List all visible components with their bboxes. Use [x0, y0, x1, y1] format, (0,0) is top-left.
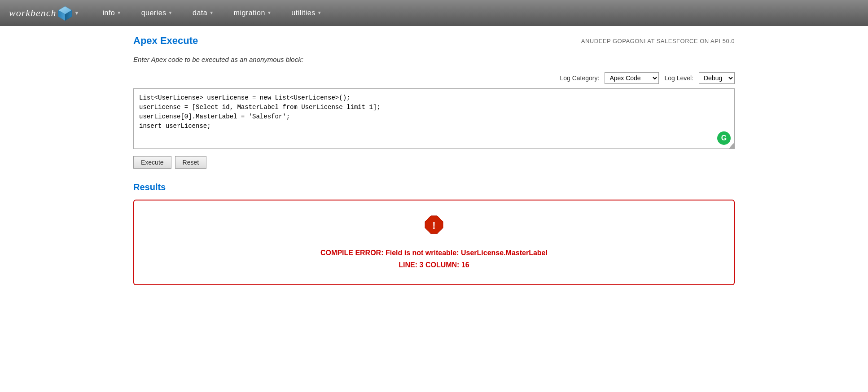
- code-editor[interactable]: [134, 89, 734, 147]
- nav-arrow-migration: ▼: [267, 0, 272, 26]
- description: Enter Apex code to be executed as an ano…: [133, 56, 735, 63]
- execute-button[interactable]: Execute: [133, 156, 171, 169]
- nav-menu: info ▼ queries ▼ data ▼ migration ▼ util: [92, 0, 332, 26]
- error-text: COMPILE ERROR: Field is not writeable: U…: [143, 247, 725, 271]
- resize-handle[interactable]: [729, 143, 734, 148]
- svg-text:!: !: [432, 220, 435, 231]
- error-svg-icon: !: [423, 214, 445, 235]
- nav-arrow-info: ▼: [117, 0, 121, 26]
- nav-item-data: data ▼: [183, 0, 224, 26]
- brand-text: workbench: [9, 7, 57, 19]
- error-line1: COMPILE ERROR: Field is not writeable: U…: [143, 247, 725, 259]
- user-info: ANUDEEP GOPAGONI AT SALESFORCE ON API 50…: [581, 38, 735, 44]
- nav-link-utilities[interactable]: utilities ▼: [281, 0, 332, 26]
- nav-arrow-utilities: ▼: [317, 0, 322, 26]
- nav-link-data[interactable]: data ▼: [183, 0, 224, 26]
- button-row: Execute Reset: [133, 156, 735, 169]
- page-title: Apex Execute: [133, 35, 198, 47]
- nav-label-info: info: [102, 0, 115, 26]
- error-box: ! COMPILE ERROR: Field is not writeable:…: [133, 200, 735, 285]
- log-category-label: Log Category:: [560, 74, 599, 82]
- code-editor-wrapper: G: [133, 88, 735, 149]
- nav-link-info[interactable]: info ▼: [92, 0, 131, 26]
- nav-label-utilities: utilities: [291, 0, 315, 26]
- nav-link-queries[interactable]: queries ▼: [132, 0, 183, 26]
- brand-logo[interactable]: workbench: [9, 4, 79, 22]
- navbar-dropdown-arrow[interactable]: ▼: [75, 10, 79, 16]
- nav-label-migration: migration: [234, 0, 265, 26]
- error-icon: !: [143, 214, 725, 240]
- nav-item-queries: queries ▼: [132, 0, 183, 26]
- main-content: Apex Execute ANUDEEP GOPAGONI AT SALESFO…: [120, 26, 748, 294]
- nav-label-queries: queries: [141, 0, 167, 26]
- nav-link-migration[interactable]: migration ▼: [224, 0, 282, 26]
- page-header: Apex Execute ANUDEEP GOPAGONI AT SALESFO…: [133, 35, 735, 47]
- error-line2: LINE: 3 COLUMN: 16: [143, 259, 725, 271]
- nav-arrow-data: ▼: [209, 0, 214, 26]
- cube-icon: [57, 4, 74, 22]
- results-title: Results: [133, 182, 735, 192]
- log-category-select[interactable]: None Apex Code Apex Profiling Callout Da…: [605, 72, 659, 84]
- reset-button[interactable]: Reset: [175, 156, 207, 169]
- nav-item-info: info ▼: [92, 0, 131, 26]
- navbar: workbench: [0, 0, 868, 26]
- nav-arrow-queries: ▼: [168, 0, 173, 26]
- log-controls: Log Category: None Apex Code Apex Profil…: [133, 72, 735, 84]
- nav-label-data: data: [193, 0, 207, 26]
- nav-item-utilities: utilities ▼: [281, 0, 332, 26]
- log-level-select[interactable]: None Error Warn Info Debug Fine Finer Fi…: [699, 72, 735, 84]
- nav-item-migration: migration ▼: [224, 0, 282, 26]
- log-level-label: Log Level:: [664, 74, 693, 82]
